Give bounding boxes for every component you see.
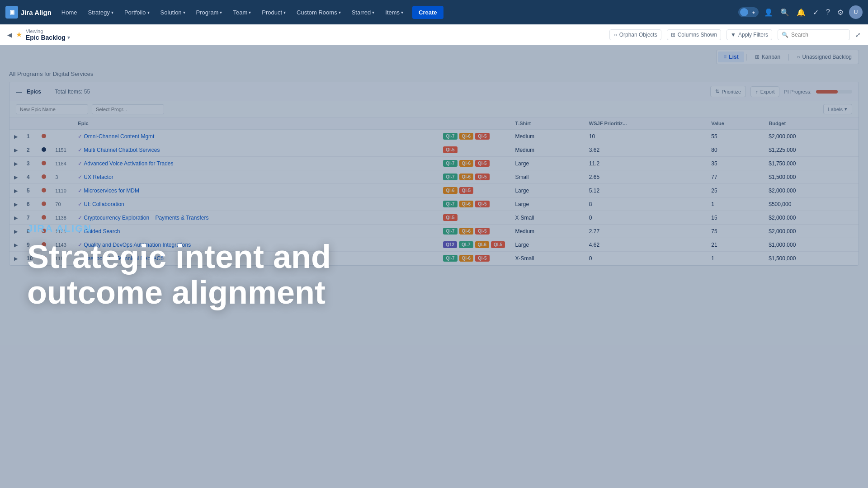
- row-expand-icon[interactable]: ▶: [14, 147, 18, 153]
- product-program-input[interactable]: [92, 104, 164, 114]
- row-expand-icon[interactable]: ▶: [14, 188, 18, 193]
- labels-button[interactable]: Labels ▾: [823, 104, 852, 114]
- epic-icon: ✓: [78, 133, 82, 140]
- epic-id: 70: [55, 202, 61, 207]
- epic-name[interactable]: UX Refactor: [84, 174, 113, 180]
- nav-item-strategy[interactable]: Strategy ▾: [83, 6, 118, 19]
- prioritize-icon: ⇅: [715, 89, 719, 94]
- collapse-sidebar-icon[interactable]: ◀: [7, 31, 12, 38]
- app-logo[interactable]: ▣ Jira Align: [5, 6, 52, 19]
- search-expand-icon[interactable]: ⤢: [855, 31, 861, 38]
- row-expand-icon[interactable]: ▶: [14, 161, 18, 166]
- epic-name[interactable]: UI: Collaboration: [84, 201, 124, 207]
- col-wsjf[interactable]: WSJF Prioritiz...: [585, 117, 707, 130]
- program-title: All Programs for Digital Services: [9, 70, 859, 77]
- chevron-down-icon: ▾: [249, 10, 251, 15]
- bell-icon[interactable]: 🔔: [795, 6, 807, 19]
- user-icon[interactable]: 👤: [762, 6, 775, 19]
- breadcrumb-dropdown-icon[interactable]: ▾: [67, 34, 70, 41]
- col-budget[interactable]: Budget: [764, 117, 859, 130]
- tshirt-value: X-Small: [515, 215, 534, 221]
- nav-item-program[interactable]: Program ▾: [192, 6, 227, 19]
- filter-icon: ▼: [731, 32, 736, 38]
- table-row: ▶ 4 3 ✓UX Refactor QI-7QI-6QI-5 Small 2.…: [9, 170, 859, 184]
- table-row: ▶ 10 1150 ✓Dashboard – Technical Debt AC…: [9, 252, 859, 265]
- epic-name[interactable]: Guided Search: [84, 228, 120, 235]
- create-button[interactable]: Create: [412, 6, 443, 19]
- pi-progress-bar: [816, 90, 852, 94]
- avatar[interactable]: U: [849, 5, 863, 19]
- row-expand-icon[interactable]: ▶: [14, 174, 18, 180]
- col-value[interactable]: Value: [707, 117, 764, 130]
- row-expand-icon[interactable]: ▶: [14, 134, 18, 139]
- wsjf-value: 2.65: [589, 174, 599, 180]
- help-icon[interactable]: ?: [824, 6, 832, 18]
- star-icon[interactable]: ★: [16, 30, 22, 39]
- export-button[interactable]: ↑ Export: [750, 86, 779, 97]
- nav-item-product[interactable]: Product ▾: [257, 6, 290, 19]
- new-epic-name-input[interactable]: [16, 104, 88, 114]
- row-number: 10: [27, 255, 33, 262]
- chevron-down-icon: ▾: [339, 10, 341, 15]
- chevron-down-icon: ▾: [111, 10, 113, 15]
- row-expand-icon[interactable]: ▶: [14, 229, 18, 234]
- nav-item-portfolio[interactable]: Portfolio ▾: [120, 6, 154, 19]
- toggle-switch[interactable]: ●: [738, 7, 759, 17]
- row-expand-icon[interactable]: ▶: [14, 242, 18, 248]
- nav-item-items[interactable]: Items ▾: [381, 6, 408, 19]
- nav-item-team[interactable]: Team ▾: [228, 6, 255, 19]
- row-expand-icon[interactable]: ▶: [14, 215, 18, 221]
- row-number: 6: [27, 201, 30, 207]
- nav-item-solution[interactable]: Solution ▾: [156, 6, 190, 19]
- chevron-down-icon: ▾: [283, 10, 286, 15]
- col-epic[interactable]: Epic: [73, 117, 438, 130]
- tab-kanban[interactable]: ⊞ Kanban: [750, 52, 786, 62]
- col-tshirt[interactable]: T-Shirt: [510, 117, 584, 130]
- epic-name[interactable]: Cryptocurrency Exploration – Payments & …: [84, 215, 208, 221]
- table-row: ▶ 6 70 ✓UI: Collaboration QI-7QI-6QI-5 L…: [9, 197, 859, 211]
- budget-value: $2,000,000: [769, 215, 796, 221]
- value-value: 75: [711, 228, 717, 235]
- status-dot: [42, 229, 46, 233]
- status-dot: [42, 215, 46, 220]
- settings-icon[interactable]: ⚙: [835, 6, 845, 19]
- toolbar-right-actions: ⇅ Prioritize ↑ Export PI Progress:: [710, 86, 852, 97]
- search-box[interactable]: 🔍: [778, 29, 850, 40]
- epic-icon: ✓: [78, 147, 82, 153]
- col-num: [22, 117, 37, 130]
- tab-list[interactable]: ≡ List: [718, 52, 744, 62]
- value-value: 1: [711, 201, 714, 207]
- epic-name[interactable]: Microservices for MDM: [84, 188, 139, 194]
- collapse-icon[interactable]: —: [16, 88, 22, 95]
- columns-shown-button[interactable]: ⊞ Columns Shown: [667, 29, 721, 40]
- epic-name[interactable]: Dashboard – Technical Debt AC5: [84, 255, 164, 262]
- orphan-objects-button[interactable]: ○ Orphan Objects: [609, 29, 661, 40]
- checkmark-icon[interactable]: ✓: [811, 6, 821, 19]
- epic-name[interactable]: Multi Channel Chatbot Services: [84, 147, 160, 153]
- nav-item-starred[interactable]: Starred ▾: [347, 6, 379, 19]
- nav-item-custom-rooms[interactable]: Custom Rooms ▾: [292, 6, 345, 19]
- budget-value: $2,000,000: [769, 228, 796, 235]
- epic-name[interactable]: Quality and DevOps Automation Integratio…: [84, 242, 191, 248]
- epic-icon: ✓: [78, 188, 82, 194]
- row-number: 5: [27, 188, 30, 194]
- pi-progress-label: PI Progress:: [784, 89, 811, 94]
- sub-bar-actions: ○ Orphan Objects ⊞ Columns Shown ▼ Apply…: [609, 29, 861, 40]
- status-dot: [42, 188, 46, 192]
- tshirt-value: Medium: [515, 228, 534, 235]
- epic-name[interactable]: Advanced Voice Activation for Trades: [84, 160, 173, 167]
- prioritize-button[interactable]: ⇅ Prioritize: [710, 86, 746, 97]
- tab-divider-2: |: [788, 53, 789, 61]
- apply-filters-button[interactable]: ▼ Apply Filters: [726, 29, 772, 40]
- search-icon[interactable]: 🔍: [778, 6, 791, 19]
- search-input[interactable]: [791, 32, 846, 38]
- tab-unassigned-backlog[interactable]: ○ Unassigned Backlog: [791, 52, 857, 62]
- wsjf-value: 11.2: [589, 160, 599, 167]
- epic-name[interactable]: Omni-Channel Content Mgmt: [84, 133, 154, 140]
- epic-icon: ✓: [78, 160, 82, 167]
- nav-item-home[interactable]: Home: [57, 6, 82, 19]
- row-expand-icon[interactable]: ▶: [14, 256, 18, 261]
- value-value: 15: [711, 215, 717, 221]
- row-expand-icon[interactable]: ▶: [14, 202, 18, 207]
- viewing-info: Viewing Epic Backlog ▾: [26, 28, 70, 41]
